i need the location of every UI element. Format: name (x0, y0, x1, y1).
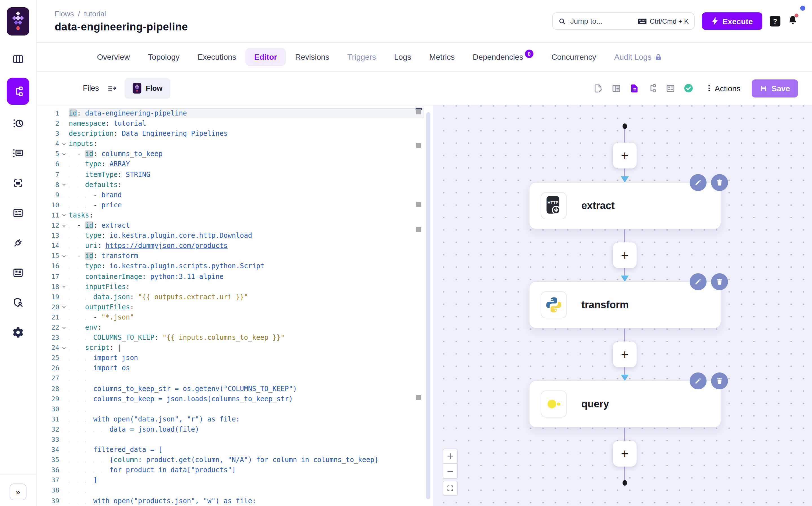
check-circle-icon[interactable] (684, 83, 694, 93)
files-panel-toggle-icon[interactable] (107, 83, 117, 93)
fold-chevron-down-icon[interactable] (59, 251, 69, 261)
tab-metrics[interactable]: Metrics (420, 48, 463, 66)
code-line: 15- id: transform (45, 251, 424, 261)
zoom-out-icon[interactable] (443, 464, 458, 479)
execute-button[interactable]: Execute (702, 12, 762, 30)
tab-audit-logs[interactable]: Audit Logs (605, 48, 671, 66)
trash-icon (716, 179, 724, 186)
breadcrumb-flows[interactable]: Flows (55, 9, 74, 18)
delete-task-button[interactable] (711, 174, 728, 191)
delete-task-button[interactable] (711, 273, 728, 290)
tab-logs[interactable]: Logs (385, 48, 420, 66)
notifications-bell-icon[interactable] (788, 15, 798, 28)
code-line: 22env: (45, 322, 424, 332)
flows-icon (12, 85, 24, 97)
page-header: Flows / tutorial data-engineering-pipeli… (36, 0, 812, 43)
lock-icon (655, 53, 662, 61)
code-line: 37] (45, 475, 424, 486)
sidebar-item-settings[interactable] (7, 321, 29, 344)
fold-chevron-down-icon[interactable] (59, 302, 69, 312)
code-line: 1id: data-engineering-pipeline (45, 108, 424, 118)
fold-chevron-down-icon[interactable] (59, 139, 69, 149)
sidebar-item-plugins[interactable] (7, 232, 29, 254)
sidebar-item-blueprints[interactable] (7, 202, 29, 224)
code-line: 7itemType: STRING (45, 169, 424, 179)
fold-chevron-down-icon[interactable] (59, 343, 69, 353)
add-task-button[interactable]: + (613, 242, 637, 268)
code-line: 2namespace: tutorial (45, 118, 424, 129)
code-editor[interactable]: 1id: data-engineering-pipeline2namespace… (45, 105, 424, 506)
add-task-button[interactable]: + (613, 143, 637, 168)
code-line: 38 (45, 486, 424, 496)
help-button[interactable]: ? (770, 16, 781, 26)
tab-concurrency[interactable]: Concurrency (542, 48, 605, 66)
task-node-transform[interactable]: transform (529, 281, 721, 329)
tab-topology[interactable]: Topology (139, 48, 189, 66)
python-icon (541, 291, 567, 318)
panel-resize-handle[interactable] (426, 112, 430, 499)
search-placeholder: Jump to... (570, 17, 634, 25)
sidebar-item-executions[interactable] (7, 112, 29, 135)
save-button[interactable]: Save (752, 79, 798, 97)
sidebar-item-dashboard[interactable] (7, 48, 29, 70)
topology-canvas[interactable]: ++++ HTTP extract transform query (433, 105, 812, 506)
fold-chevron-down-icon[interactable] (59, 281, 69, 291)
fold-gutter (59, 455, 69, 465)
tree-view-icon[interactable] (648, 83, 658, 93)
fold-chevron-down-icon[interactable] (59, 179, 69, 190)
file-edit-icon[interactable] (593, 83, 604, 93)
zoom-in-icon[interactable] (443, 448, 458, 464)
jump-to-search-input[interactable]: Jump to... Ctrl/Cmd + K (552, 12, 695, 30)
task-node-label: query (581, 398, 609, 410)
tab-editor[interactable]: Editor (245, 48, 286, 66)
add-task-button[interactable]: + (613, 341, 637, 367)
code-line: 10- price (45, 200, 424, 210)
file-code-icon[interactable] (630, 83, 640, 93)
code-line: 39with open("products.json", "w") as fil… (45, 496, 424, 506)
edit-task-button[interactable] (690, 372, 707, 389)
actions-menu[interactable]: Actions (705, 84, 741, 93)
kestra-logo[interactable] (7, 7, 29, 35)
line-number: 39 (45, 496, 59, 506)
task-node-extract[interactable]: HTTP extract (529, 182, 721, 229)
tab-dependencies[interactable]: Dependencies0 (464, 48, 542, 66)
sidebar-item-namespaces[interactable] (7, 172, 29, 194)
fold-chevron-down-icon[interactable] (59, 322, 69, 332)
logs-icon (12, 147, 24, 159)
line-number: 18 (45, 281, 59, 291)
fold-chevron-down-icon[interactable] (59, 149, 69, 159)
tab-executions[interactable]: Executions (189, 48, 245, 66)
edit-task-button[interactable] (690, 174, 707, 191)
code-line: 5- id: columns_to_keep (45, 149, 424, 159)
fit-screen-icon[interactable] (443, 481, 458, 496)
tab-overview[interactable]: Overview (88, 48, 139, 66)
sidebar-item-logs[interactable] (7, 142, 29, 165)
edit-task-button[interactable] (690, 273, 707, 290)
ruler-highlight-mark (416, 227, 421, 232)
fold-chevron-down-icon[interactable] (59, 210, 69, 220)
save-disk-icon (760, 84, 768, 92)
open-file-tab-flow[interactable]: Flow (124, 78, 170, 98)
editor-overview-ruler[interactable] (416, 105, 422, 506)
line-number: 2 (45, 118, 59, 129)
split-view-icon[interactable] (611, 83, 622, 93)
sidebar-expand-button[interactable]: » (10, 484, 26, 500)
fold-chevron-down-icon[interactable] (59, 220, 69, 231)
blueprint-icon[interactable] (666, 83, 676, 93)
delete-task-button[interactable] (711, 372, 728, 389)
line-number: 15 (45, 251, 59, 261)
task-node-query[interactable]: query (529, 381, 721, 428)
add-task-button[interactable]: + (613, 441, 637, 467)
lightning-icon (712, 17, 719, 25)
tab-triggers[interactable]: Triggers (338, 48, 385, 66)
breadcrumb-namespace[interactable]: tutorial (84, 9, 106, 18)
line-number: 21 (45, 312, 59, 322)
fold-gutter (59, 231, 69, 241)
sidebar-item-administration[interactable] (7, 291, 29, 314)
tab-revisions[interactable]: Revisions (286, 48, 338, 66)
flow-tabs: OverviewTopologyExecutionsEditorRevision… (36, 43, 812, 72)
fold-gutter (59, 496, 69, 506)
sidebar-item-flows[interactable] (7, 78, 29, 105)
sidebar-item-docs[interactable] (7, 261, 29, 284)
line-number: 26 (45, 363, 59, 373)
